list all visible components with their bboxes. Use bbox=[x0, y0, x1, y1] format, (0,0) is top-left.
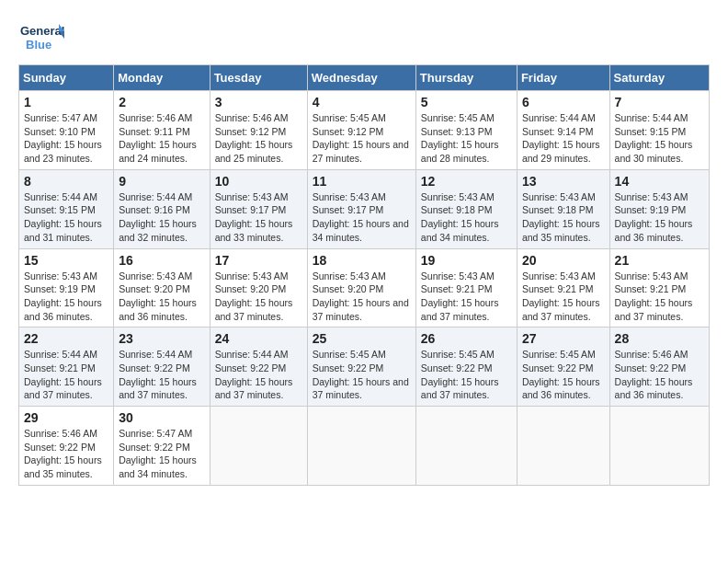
header-cell-sunday: Sunday bbox=[19, 65, 114, 91]
day-info: Sunrise: 5:44 AM Sunset: 9:22 PM Dayligh… bbox=[215, 348, 302, 402]
calendar-week-5: 29 Sunrise: 5:46 AM Sunset: 9:22 PM Dayl… bbox=[19, 407, 710, 486]
day-number: 10 bbox=[215, 174, 302, 189]
day-number: 4 bbox=[313, 95, 411, 109]
header-cell-wednesday: Wednesday bbox=[307, 65, 415, 91]
calendar-cell: 19 Sunrise: 5:43 AM Sunset: 9:21 PM Dayl… bbox=[415, 248, 517, 327]
calendar-cell: 8 Sunrise: 5:44 AM Sunset: 9:15 PM Dayli… bbox=[19, 169, 114, 248]
header-cell-saturday: Saturday bbox=[609, 65, 709, 91]
calendar-cell: 2 Sunrise: 5:46 AM Sunset: 9:11 PM Dayli… bbox=[114, 91, 210, 170]
calendar-cell: 26 Sunrise: 5:45 AM Sunset: 9:22 PM Dayl… bbox=[415, 327, 517, 407]
day-info: Sunrise: 5:44 AM Sunset: 9:15 PM Dayligh… bbox=[615, 111, 704, 166]
calendar-cell: 10 Sunrise: 5:43 AM Sunset: 9:17 PM Dayl… bbox=[210, 169, 307, 248]
day-number: 5 bbox=[421, 95, 512, 109]
calendar-cell: 6 Sunrise: 5:44 AM Sunset: 9:14 PM Dayli… bbox=[517, 91, 609, 170]
day-info: Sunrise: 5:46 AM Sunset: 9:11 PM Dayligh… bbox=[119, 111, 204, 166]
day-info: Sunrise: 5:43 AM Sunset: 9:21 PM Dayligh… bbox=[421, 270, 512, 324]
day-info: Sunrise: 5:45 AM Sunset: 9:13 PM Dayligh… bbox=[421, 111, 512, 166]
logo-svg: General Blue bbox=[18, 18, 64, 55]
calendar-cell: 15 Sunrise: 5:43 AM Sunset: 9:19 PM Dayl… bbox=[19, 248, 114, 327]
calendar-cell bbox=[517, 407, 609, 486]
calendar-week-4: 22 Sunrise: 5:44 AM Sunset: 9:21 PM Dayl… bbox=[19, 327, 710, 407]
calendar-week-2: 8 Sunrise: 5:44 AM Sunset: 9:15 PM Dayli… bbox=[19, 169, 710, 248]
day-info: Sunrise: 5:43 AM Sunset: 9:19 PM Dayligh… bbox=[24, 270, 108, 324]
calendar-cell: 1 Sunrise: 5:47 AM Sunset: 9:10 PM Dayli… bbox=[19, 91, 114, 170]
day-info: Sunrise: 5:45 AM Sunset: 9:22 PM Dayligh… bbox=[313, 348, 411, 402]
day-info: Sunrise: 5:47 AM Sunset: 9:22 PM Dayligh… bbox=[119, 427, 204, 481]
calendar-cell: 18 Sunrise: 5:43 AM Sunset: 9:20 PM Dayl… bbox=[307, 248, 415, 327]
calendar-cell: 20 Sunrise: 5:43 AM Sunset: 9:21 PM Dayl… bbox=[517, 248, 609, 327]
day-number: 20 bbox=[522, 253, 605, 268]
calendar-cell: 21 Sunrise: 5:43 AM Sunset: 9:21 PM Dayl… bbox=[609, 248, 709, 327]
day-number: 30 bbox=[119, 410, 204, 425]
day-info: Sunrise: 5:43 AM Sunset: 9:20 PM Dayligh… bbox=[215, 270, 302, 324]
day-number: 21 bbox=[615, 253, 704, 268]
day-number: 27 bbox=[522, 331, 605, 346]
day-number: 15 bbox=[24, 253, 108, 268]
day-info: Sunrise: 5:46 AM Sunset: 9:22 PM Dayligh… bbox=[615, 348, 704, 402]
day-info: Sunrise: 5:43 AM Sunset: 9:20 PM Dayligh… bbox=[313, 270, 411, 324]
day-number: 2 bbox=[119, 95, 204, 109]
day-number: 6 bbox=[522, 95, 605, 109]
day-info: Sunrise: 5:44 AM Sunset: 9:14 PM Dayligh… bbox=[522, 111, 605, 166]
day-info: Sunrise: 5:44 AM Sunset: 9:16 PM Dayligh… bbox=[119, 190, 204, 245]
day-number: 17 bbox=[215, 253, 302, 268]
calendar-cell: 5 Sunrise: 5:45 AM Sunset: 9:13 PM Dayli… bbox=[415, 91, 517, 170]
calendar-cell: 3 Sunrise: 5:46 AM Sunset: 9:12 PM Dayli… bbox=[210, 91, 307, 170]
svg-text:General: General bbox=[20, 24, 64, 38]
day-number: 12 bbox=[421, 174, 512, 189]
calendar-cell: 17 Sunrise: 5:43 AM Sunset: 9:20 PM Dayl… bbox=[210, 248, 307, 327]
calendar-cell: 25 Sunrise: 5:45 AM Sunset: 9:22 PM Dayl… bbox=[307, 327, 415, 407]
calendar-cell: 14 Sunrise: 5:43 AM Sunset: 9:19 PM Dayl… bbox=[609, 169, 709, 248]
header-cell-thursday: Thursday bbox=[415, 65, 517, 91]
calendar-cell: 29 Sunrise: 5:46 AM Sunset: 9:22 PM Dayl… bbox=[19, 407, 114, 486]
day-info: Sunrise: 5:43 AM Sunset: 9:20 PM Dayligh… bbox=[119, 270, 204, 324]
day-info: Sunrise: 5:43 AM Sunset: 9:17 PM Dayligh… bbox=[313, 190, 411, 245]
day-number: 7 bbox=[615, 95, 704, 109]
day-info: Sunrise: 5:43 AM Sunset: 9:18 PM Dayligh… bbox=[421, 190, 512, 245]
calendar-week-1: 1 Sunrise: 5:47 AM Sunset: 9:10 PM Dayli… bbox=[19, 91, 710, 170]
day-number: 22 bbox=[24, 331, 108, 346]
svg-text:Blue: Blue bbox=[26, 38, 51, 52]
calendar-cell: 13 Sunrise: 5:43 AM Sunset: 9:18 PM Dayl… bbox=[517, 169, 609, 248]
day-number: 1 bbox=[24, 95, 108, 109]
day-number: 25 bbox=[313, 331, 411, 346]
calendar-cell: 27 Sunrise: 5:45 AM Sunset: 9:22 PM Dayl… bbox=[517, 327, 609, 407]
day-info: Sunrise: 5:45 AM Sunset: 9:22 PM Dayligh… bbox=[421, 348, 512, 402]
day-info: Sunrise: 5:45 AM Sunset: 9:12 PM Dayligh… bbox=[313, 111, 411, 166]
day-info: Sunrise: 5:46 AM Sunset: 9:12 PM Dayligh… bbox=[215, 111, 302, 166]
day-info: Sunrise: 5:43 AM Sunset: 9:19 PM Dayligh… bbox=[615, 190, 704, 245]
calendar-cell: 24 Sunrise: 5:44 AM Sunset: 9:22 PM Dayl… bbox=[210, 327, 307, 407]
day-info: Sunrise: 5:44 AM Sunset: 9:15 PM Dayligh… bbox=[24, 190, 108, 245]
day-number: 14 bbox=[615, 174, 704, 189]
header-cell-tuesday: Tuesday bbox=[210, 65, 307, 91]
header-cell-friday: Friday bbox=[517, 65, 609, 91]
calendar-cell bbox=[307, 407, 415, 486]
calendar-cell: 11 Sunrise: 5:43 AM Sunset: 9:17 PM Dayl… bbox=[307, 169, 415, 248]
calendar-cell bbox=[609, 407, 709, 486]
header-cell-monday: Monday bbox=[114, 65, 210, 91]
header: General Blue bbox=[18, 18, 710, 55]
calendar-week-3: 15 Sunrise: 5:43 AM Sunset: 9:19 PM Dayl… bbox=[19, 248, 710, 327]
calendar-cell: 7 Sunrise: 5:44 AM Sunset: 9:15 PM Dayli… bbox=[609, 91, 709, 170]
logo: General Blue bbox=[18, 18, 64, 55]
day-info: Sunrise: 5:44 AM Sunset: 9:22 PM Dayligh… bbox=[119, 348, 204, 402]
day-info: Sunrise: 5:43 AM Sunset: 9:21 PM Dayligh… bbox=[615, 270, 704, 324]
calendar-cell: 22 Sunrise: 5:44 AM Sunset: 9:21 PM Dayl… bbox=[19, 327, 114, 407]
calendar-cell: 16 Sunrise: 5:43 AM Sunset: 9:20 PM Dayl… bbox=[114, 248, 210, 327]
day-info: Sunrise: 5:43 AM Sunset: 9:21 PM Dayligh… bbox=[522, 270, 605, 324]
calendar-cell: 9 Sunrise: 5:44 AM Sunset: 9:16 PM Dayli… bbox=[114, 169, 210, 248]
calendar-cell: 4 Sunrise: 5:45 AM Sunset: 9:12 PM Dayli… bbox=[307, 91, 415, 170]
day-number: 13 bbox=[522, 174, 605, 189]
day-number: 11 bbox=[313, 174, 411, 189]
calendar-cell: 23 Sunrise: 5:44 AM Sunset: 9:22 PM Dayl… bbox=[114, 327, 210, 407]
day-number: 3 bbox=[215, 95, 302, 109]
day-number: 28 bbox=[615, 331, 704, 346]
day-info: Sunrise: 5:47 AM Sunset: 9:10 PM Dayligh… bbox=[24, 111, 108, 166]
day-number: 29 bbox=[24, 410, 108, 425]
day-number: 23 bbox=[119, 331, 204, 346]
day-number: 9 bbox=[119, 174, 204, 189]
calendar-cell bbox=[415, 407, 517, 486]
day-info: Sunrise: 5:44 AM Sunset: 9:21 PM Dayligh… bbox=[24, 348, 108, 402]
calendar-cell: 30 Sunrise: 5:47 AM Sunset: 9:22 PM Dayl… bbox=[114, 407, 210, 486]
calendar-cell: 28 Sunrise: 5:46 AM Sunset: 9:22 PM Dayl… bbox=[609, 327, 709, 407]
